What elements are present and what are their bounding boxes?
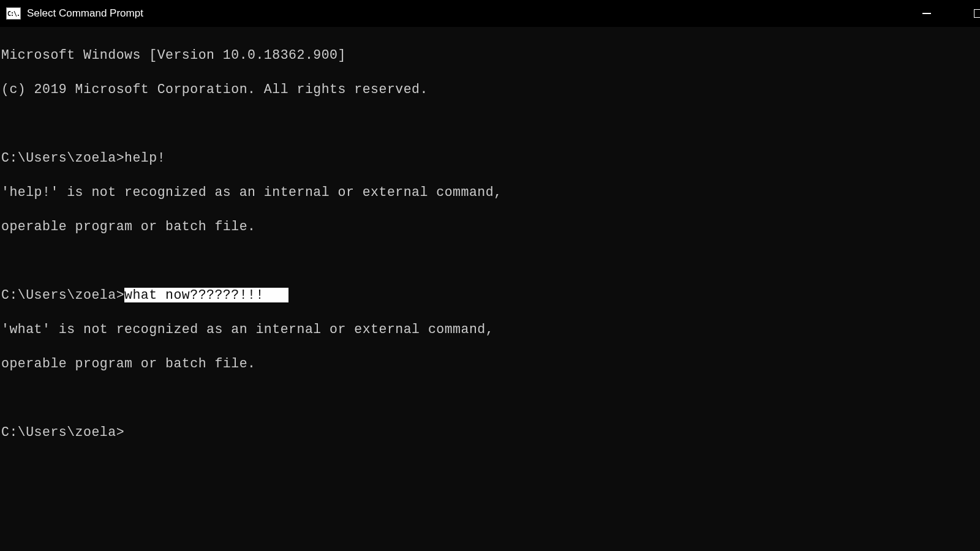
prompt: C:\Users\zoela> xyxy=(1,151,124,165)
copyright-line: (c) 2019 Microsoft Corporation. All righ… xyxy=(1,81,980,98)
error-line: operable program or batch file. xyxy=(1,355,980,372)
selected-text: what now??????!!! xyxy=(124,288,288,302)
maximize-button[interactable] xyxy=(944,0,980,27)
prompt: C:\Users\zoela> xyxy=(1,288,124,302)
error-line: 'what' is not recognized as an internal … xyxy=(1,321,980,338)
cmd-icon: C:\. xyxy=(6,7,21,20)
blank-line xyxy=(1,389,980,407)
minimize-icon xyxy=(922,13,931,14)
window-controls xyxy=(909,0,980,27)
blank-line xyxy=(1,252,980,269)
maximize-icon xyxy=(974,9,980,18)
command-line-2: C:\Users\zoela>what now??????!!! xyxy=(1,287,980,304)
blank-line xyxy=(1,115,980,132)
window-title: Select Command Prompt xyxy=(27,7,143,20)
version-line: Microsoft Windows [Version 10.0.18362.90… xyxy=(1,47,980,64)
error-line: operable program or batch file. xyxy=(1,218,980,235)
current-prompt[interactable]: C:\Users\zoela> xyxy=(1,424,980,441)
error-line: 'help!' is not recognized as an internal… xyxy=(1,184,980,201)
titlebar[interactable]: C:\. Select Command Prompt xyxy=(0,0,980,27)
terminal-output[interactable]: Microsoft Windows [Version 10.0.18362.90… xyxy=(0,27,980,458)
minimize-button[interactable] xyxy=(909,0,944,27)
command-text: help! xyxy=(124,151,165,165)
command-line-1: C:\Users\zoela>help! xyxy=(1,149,980,167)
